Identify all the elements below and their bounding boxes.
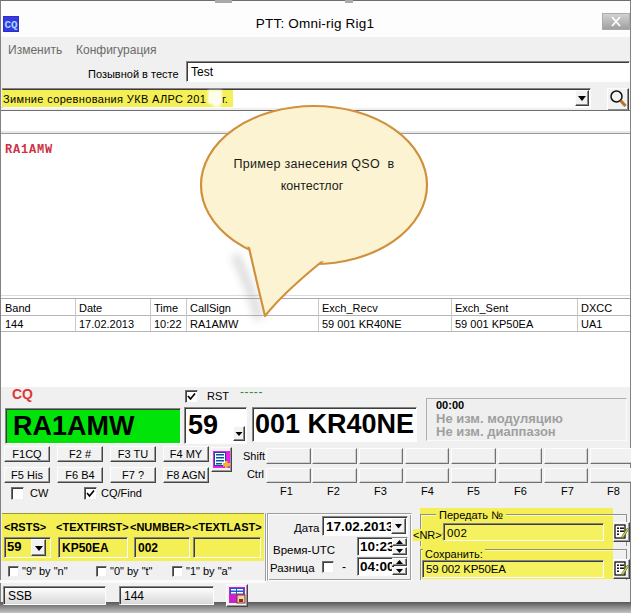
svg-text:CQ: CQ: [4, 19, 18, 31]
svg-text:Пример занесения QSO в: Пример занесения QSO в: [233, 157, 394, 171]
svg-text:контестлог: контестлог: [281, 179, 344, 193]
